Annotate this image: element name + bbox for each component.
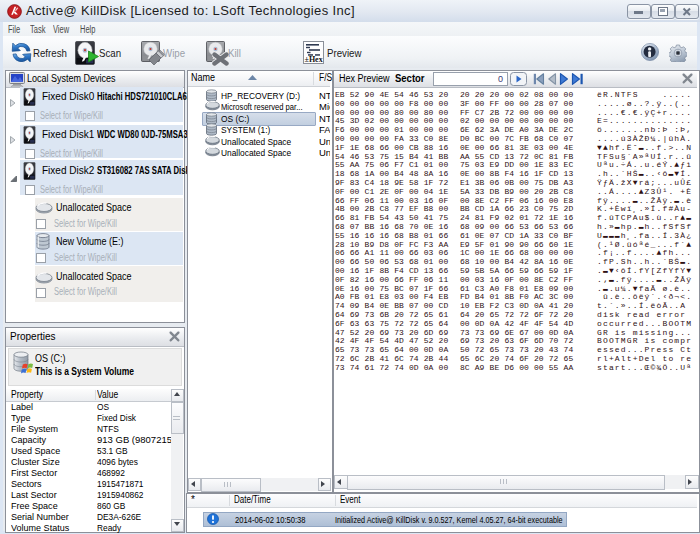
svg-text:±Hex: ±Hex bbox=[305, 55, 323, 64]
